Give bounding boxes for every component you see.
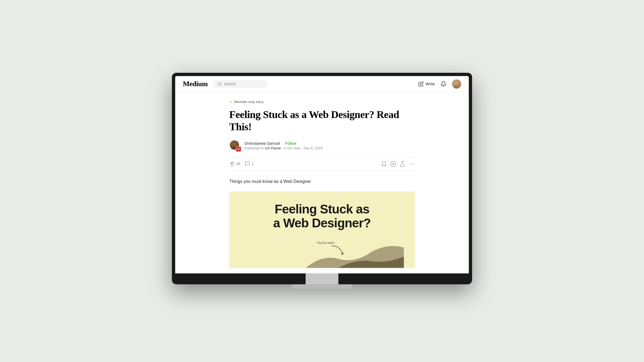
publication-link[interactable]: UX Planet: [265, 146, 281, 150]
featured-image-title: Feeling Stuck as a Web Designer?: [273, 202, 371, 230]
follow-button[interactable]: Follow: [285, 141, 296, 146]
more-button[interactable]: [409, 161, 415, 167]
more-icon: [409, 161, 415, 167]
article-container: ✦ Member-only story Feeling Stuck as a W…: [229, 92, 415, 274]
featured-title-line1: Feeling Stuck as: [275, 202, 369, 216]
member-badge: ✦ Member-only story: [229, 100, 415, 104]
featured-image-bottom: You're here: [240, 235, 404, 268]
featured-image: Feeling Stuck as a Web Designer? You're …: [229, 191, 415, 268]
navbar-right: Write: [418, 79, 461, 89]
navbar-left: Medium Search: [183, 80, 268, 88]
comment-button[interactable]: 1: [245, 161, 254, 167]
write-icon: [418, 81, 424, 87]
svg-marker-6: [393, 163, 394, 165]
member-star-icon: ✦: [229, 100, 232, 104]
avatar-image: [452, 79, 461, 89]
medium-logo: Medium: [183, 80, 208, 88]
read-time: 4 min read: [284, 146, 300, 150]
author-row: UX Omoraiyewa Samuel · Follow Published …: [229, 140, 415, 152]
separator-dot: ·: [282, 141, 283, 145]
action-bar-right: [381, 161, 415, 167]
notifications-button[interactable]: [440, 81, 446, 87]
svg-point-9: [412, 163, 412, 164]
svg-point-3: [232, 142, 237, 146]
monitor-stand-base: [292, 284, 352, 289]
monitor-screen: Medium Search: [175, 76, 469, 274]
published-in-label: Published in: [245, 146, 264, 150]
terrain-shape: [306, 241, 404, 268]
share-button[interactable]: [399, 161, 406, 167]
monitor-wrapper: Medium Search: [172, 73, 472, 289]
search-icon: [217, 82, 222, 86]
clap-button[interactable]: 58: [229, 161, 240, 167]
clap-count: 58: [236, 162, 240, 166]
article-intro: Things you must know as a Web Designer: [229, 178, 415, 185]
author-meta: Published in UX Planet · 4 min read · De…: [245, 146, 323, 150]
write-button[interactable]: Write: [418, 81, 435, 87]
bookmark-icon: [381, 161, 387, 167]
monitor-stand-neck: [306, 273, 338, 284]
write-label: Write: [425, 82, 435, 86]
svg-point-8: [410, 163, 410, 164]
publication-badge: UX: [236, 146, 241, 152]
author-name: Omoraiyewa Samuel: [245, 141, 280, 146]
svg-point-10: [413, 163, 414, 164]
author-info: Omoraiyewa Samuel · Follow Published in …: [245, 141, 323, 150]
navbar: Medium Search: [175, 76, 469, 92]
search-label: Search: [224, 82, 236, 86]
play-button[interactable]: [390, 161, 396, 167]
bell-icon: [440, 81, 446, 87]
monitor-frame: Medium Search: [172, 73, 472, 285]
featured-title-line2: a Web Designer?: [273, 216, 371, 230]
svg-point-0: [218, 82, 221, 85]
author-avatars: UX: [229, 140, 241, 152]
svg-point-1: [455, 81, 458, 85]
comment-icon: [245, 161, 250, 167]
search-bar[interactable]: Search: [213, 80, 268, 88]
author-name-row: Omoraiyewa Samuel · Follow: [245, 141, 323, 146]
play-icon: [390, 161, 396, 167]
publish-date: Dec 6, 2024: [303, 146, 323, 150]
meta-separator-1: ·: [282, 146, 284, 150]
clap-icon: [229, 161, 235, 167]
action-bar: 58 1: [229, 157, 415, 170]
svg-point-2: [453, 85, 460, 89]
share-icon: [399, 161, 406, 167]
comment-count: 1: [252, 162, 254, 166]
member-label: Member-only story: [234, 100, 264, 104]
bookmark-button[interactable]: [381, 161, 387, 167]
user-avatar[interactable]: [452, 79, 461, 89]
article-title: Feeling Stuck as a Web Designer? Read Th…: [229, 108, 415, 133]
action-bar-left: 58 1: [229, 161, 254, 167]
